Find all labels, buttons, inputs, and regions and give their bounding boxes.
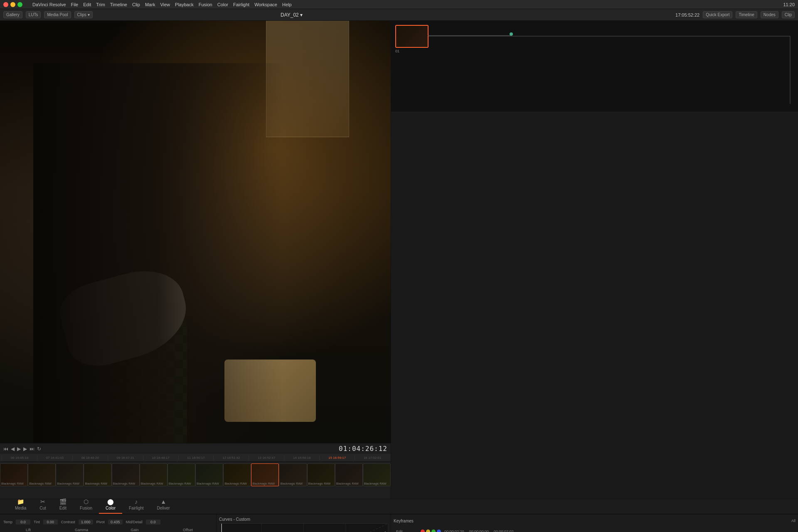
green-dot bbox=[431, 530, 436, 532]
edit-section: Edit 00:00:02:20 00:00:00:00 00:00:02:02 bbox=[394, 526, 796, 532]
nodes-btn[interactable]: Nodes bbox=[761, 11, 778, 18]
skip-end-btn[interactable]: ⏭ bbox=[30, 446, 34, 452]
minimize-button[interactable] bbox=[10, 2, 15, 7]
curves-title: Curves - Custom bbox=[219, 517, 388, 522]
tint-value[interactable]: 0.00 bbox=[43, 520, 58, 525]
menu-playback[interactable]: Playback bbox=[175, 2, 194, 7]
menu-edit[interactable]: Edit bbox=[83, 2, 91, 7]
menu-items: DaVinci Resolve File Edit Trim Timeline … bbox=[32, 2, 292, 7]
clip-label-13: Blackmagic RAW bbox=[336, 482, 359, 485]
main-layout: ⏮ ◀ ▶ ▶ ⏭ ↻ 01:04:26:12 06 16:45:18 07 1… bbox=[0, 21, 798, 499]
curves-canvas[interactable] bbox=[219, 523, 388, 532]
menu-fairlight[interactable]: Fairlight bbox=[233, 2, 249, 7]
ruler-mark-7: 12 16:51:32 bbox=[213, 456, 248, 460]
yellow-dot bbox=[426, 530, 430, 532]
clip-9[interactable]: Blackmagic RAW bbox=[223, 463, 251, 486]
skip-start-btn[interactable]: ⏮ bbox=[3, 446, 8, 452]
clip-label-14: Blackmagic RAW bbox=[364, 482, 387, 485]
quick-export-btn[interactable]: Quick Export bbox=[703, 11, 732, 18]
media-pool-btn[interactable]: Media Pool bbox=[44, 11, 71, 18]
tab-color-label: Color bbox=[106, 506, 116, 510]
curves-svg bbox=[219, 524, 388, 532]
clip-10-active[interactable]: Blackmagic RAW bbox=[251, 463, 279, 486]
curve-playhead bbox=[221, 524, 222, 532]
red-dot bbox=[421, 530, 425, 532]
clips-btn[interactable]: Clips ▾ bbox=[74, 11, 93, 18]
ruler-mark-11: 16 17:02:01 bbox=[355, 456, 389, 460]
clip-4[interactable]: Blackmagic RAW bbox=[84, 463, 111, 486]
menu-mark[interactable]: Mark bbox=[145, 2, 155, 7]
menu-clip[interactable]: Clip bbox=[132, 2, 140, 7]
timeline-ruler: 06 16:45:18 07 16:41:03 08 16:46:20 09 1… bbox=[0, 454, 391, 461]
middetail-value[interactable]: 0.0 bbox=[146, 520, 160, 525]
menu-file[interactable]: File bbox=[71, 2, 79, 7]
clip-5[interactable]: Blackmagic RAW bbox=[112, 463, 140, 486]
node-connection-line bbox=[428, 35, 511, 36]
video-preview bbox=[0, 21, 391, 443]
next-frame-btn[interactable]: ▶ bbox=[23, 446, 27, 452]
kf-header: Keyframes All bbox=[394, 517, 796, 525]
menu-workspace[interactable]: Workspace bbox=[254, 2, 277, 7]
offset-label: Offset bbox=[183, 528, 193, 532]
clip-8[interactable]: Blackmagic RAW bbox=[195, 463, 223, 486]
node-thumbnail[interactable] bbox=[395, 25, 429, 48]
clip-7[interactable]: Blackmagic RAW bbox=[167, 463, 195, 486]
tab-media-label: Media bbox=[15, 506, 26, 510]
clip-btn[interactable]: Clip bbox=[782, 11, 795, 18]
prev-frame-btn[interactable]: ◀ bbox=[11, 446, 15, 452]
kf-timecode-start: 00:00:02:20 bbox=[444, 530, 464, 532]
lift-wheel-container: Lift 0.00 0.00 0.00 bbox=[3, 528, 53, 532]
ruler-mark-10: 15 16:59:17 bbox=[319, 456, 354, 460]
maximize-button[interactable] bbox=[17, 2, 22, 7]
clip-label-1: Blackmagic RAW bbox=[1, 482, 24, 485]
menu-help[interactable]: Help bbox=[282, 2, 292, 7]
play-btn[interactable]: ▶ bbox=[17, 446, 21, 452]
timeline-section[interactable]: Blackmagic RAW Blackmagic RAW Blackmagic… bbox=[0, 461, 391, 499]
clip-13[interactable]: Blackmagic RAW bbox=[335, 463, 363, 486]
pivot-value[interactable]: 0.435 bbox=[108, 520, 123, 525]
workflow-tabs: 📁 Media ✂ Cut 🎬 Edit ⬡ Fusion ⬤ Color ♪ … bbox=[0, 499, 798, 514]
curves-panel: Curves - Custom bbox=[216, 515, 391, 532]
timeline-btn[interactable]: Timeline bbox=[736, 11, 757, 18]
ruler-mark-2: 07 16:41:03 bbox=[37, 456, 71, 460]
timeline-controls: ⏮ ◀ ▶ ▶ ⏭ ↻ 01:04:26:12 bbox=[0, 443, 391, 454]
menu-timeline[interactable]: Timeline bbox=[110, 2, 127, 7]
system-time: 11:20 bbox=[783, 2, 795, 7]
loop-btn[interactable]: ↻ bbox=[37, 446, 41, 452]
project-name: DAY_02 ▾ bbox=[281, 12, 303, 18]
menu-fusion[interactable]: Fusion bbox=[199, 2, 212, 7]
video-container[interactable] bbox=[0, 21, 391, 443]
menu-trim[interactable]: Trim bbox=[96, 2, 105, 7]
contrast-value[interactable]: 1.000 bbox=[79, 520, 93, 525]
clip-11[interactable]: Blackmagic RAW bbox=[279, 463, 307, 486]
menu-view[interactable]: View bbox=[160, 2, 170, 7]
close-button[interactable] bbox=[3, 2, 8, 7]
clip-6[interactable]: Blackmagic RAW bbox=[140, 463, 167, 486]
timeline-clips: Blackmagic RAW Blackmagic RAW Blackmagic… bbox=[0, 462, 391, 492]
clip-3[interactable]: Blackmagic RAW bbox=[56, 463, 84, 486]
clip-12[interactable]: Blackmagic RAW bbox=[307, 463, 335, 486]
blue-dot bbox=[437, 530, 441, 532]
keyframes-all[interactable]: All bbox=[791, 519, 796, 523]
color-section: Temp 0.0 Tint 0.00 Contrast 1.000 Pivot … bbox=[0, 514, 798, 532]
right-panel: 01 bbox=[391, 21, 798, 499]
toolbar: Gallery LUTs Media Pool Clips ▾ DAY_02 ▾… bbox=[0, 9, 798, 21]
kf-timecode-marker: 00:00:00:00 bbox=[469, 530, 489, 532]
clip-label-7: Blackmagic RAW bbox=[169, 482, 191, 485]
menu-davinci[interactable]: DaVinci Resolve bbox=[32, 2, 66, 7]
clip-14[interactable]: Blackmagic RAW bbox=[363, 463, 391, 486]
wheels-top-controls: Temp 0.0 Tint 0.00 Contrast 1.000 Pivot … bbox=[3, 518, 213, 526]
clip-2[interactable]: Blackmagic RAW bbox=[28, 463, 56, 486]
luts-btn[interactable]: LUTs bbox=[26, 11, 41, 18]
temp-value[interactable]: 0.0 bbox=[16, 520, 30, 525]
tab-fusion-label: Fusion bbox=[80, 506, 92, 510]
clip-label-2: Blackmagic RAW bbox=[29, 482, 52, 485]
node-dot bbox=[510, 32, 513, 36]
gallery-btn[interactable]: Gallery bbox=[3, 11, 22, 18]
gamma-label: Gamma bbox=[75, 528, 88, 532]
ruler-mark-9: 14 16:58:18 bbox=[284, 456, 318, 460]
tab-deliver-label: Deliver bbox=[157, 506, 170, 510]
menu-color[interactable]: Color bbox=[217, 2, 228, 7]
clip-1[interactable]: Blackmagic RAW bbox=[0, 463, 28, 486]
node-viewer: 01 bbox=[391, 21, 798, 112]
